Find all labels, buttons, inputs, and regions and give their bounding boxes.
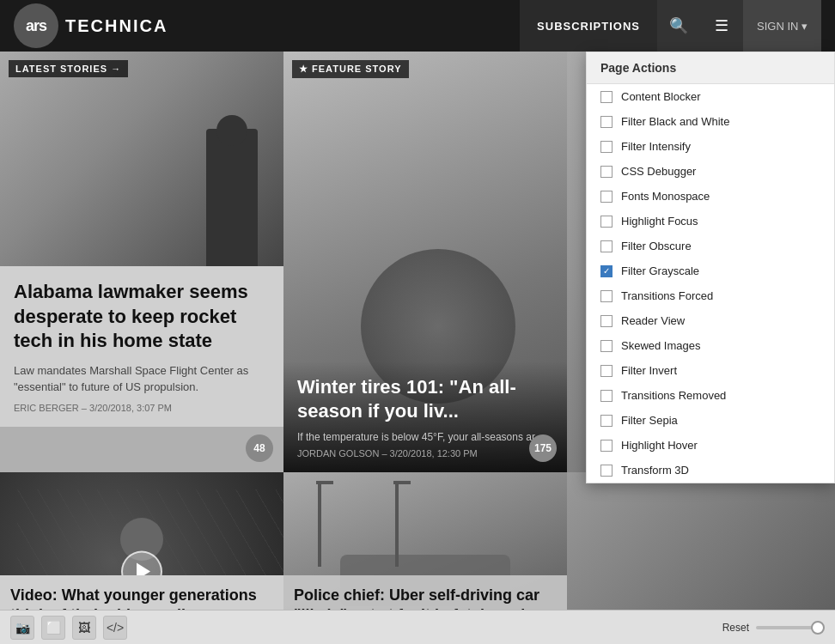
reset-button[interactable]: Reset xyxy=(722,622,749,634)
dropdown-item-label-5: Highlight Focus xyxy=(621,215,698,228)
card-1-author: ERIC BERGER – 3/20/2018, 3:07 PM xyxy=(14,403,270,413)
header: ars TECHNICA SUBSCRIPTIONS 🔍 ☰ SIGN IN ▾ xyxy=(0,0,835,52)
dropdown-item-label-7: Filter Grayscale xyxy=(621,264,699,277)
card-feature-story[interactable]: ★ FEATURE STORY Winter tires 101: "An al… xyxy=(283,52,567,472)
card-2-overlay: Winter tires 101: "An all-season if you … xyxy=(283,361,567,472)
dropdown-item-15[interactable]: Transform 3D xyxy=(587,458,834,483)
camera-icon[interactable]: 📷 xyxy=(10,616,34,640)
dropdown-item-label-13: Filter Sepia xyxy=(621,414,678,427)
checkbox-8[interactable] xyxy=(600,290,613,302)
checkbox-3[interactable] xyxy=(600,166,613,178)
page-actions-dropdown: Page Actions Content BlockerFilter Black… xyxy=(586,52,835,483)
dropdown-item-label-12: Transitions Removed xyxy=(621,389,726,402)
checkbox-0[interactable] xyxy=(600,91,613,103)
card-2-title: Winter tires 101: "An all-season if you … xyxy=(297,375,553,424)
header-nav: SUBSCRIPTIONS 🔍 ☰ SIGN IN ▾ xyxy=(520,0,821,52)
dropdown-item-10[interactable]: Skewed Images xyxy=(587,333,834,358)
feature-badge: ★ FEATURE STORY xyxy=(292,60,409,78)
dropdown-item-8[interactable]: Transitions Forced xyxy=(587,283,834,308)
checkbox-12[interactable] xyxy=(600,390,613,402)
card-2-author: JORDAN GOLSON – 3/20/2018, 12:30 PM xyxy=(297,448,553,459)
code-icon[interactable]: </> xyxy=(103,616,127,640)
checkbox-14[interactable] xyxy=(600,440,613,452)
dropdown-item-7[interactable]: Filter Grayscale xyxy=(587,258,834,283)
dropdown-item-label-4: Fonts Monospace xyxy=(621,190,710,203)
checkbox-4[interactable] xyxy=(600,191,613,203)
subscriptions-button[interactable]: SUBSCRIPTIONS xyxy=(520,0,657,52)
card-1-comments[interactable]: 48 xyxy=(246,434,273,462)
dropdown-item-12[interactable]: Transitions Removed xyxy=(587,383,834,408)
dropdown-item-label-2: Filter Intensify xyxy=(621,140,691,153)
dropdown-item-label-9: Reader View xyxy=(621,314,685,327)
menu-button[interactable]: ☰ xyxy=(700,0,743,52)
dropdown-title: Page Actions xyxy=(587,52,834,84)
zoom-slider-thumb xyxy=(811,621,825,635)
logo-ars: ars xyxy=(26,17,46,35)
checkbox-9[interactable] xyxy=(600,315,613,327)
checkbox-10[interactable] xyxy=(600,340,613,352)
bottom-toolbar: 📷 ⬜ 🖼 </> Reset xyxy=(0,610,835,644)
card-2-comments[interactable]: 175 xyxy=(529,434,557,462)
dropdown-item-4[interactable]: Fonts Monospace xyxy=(587,184,834,209)
dropdown-item-label-11: Filter Invert xyxy=(621,364,677,377)
checkbox-11[interactable] xyxy=(600,365,613,377)
card-latest-stories[interactable]: LATEST STORIES → Alabama lawmaker seems … xyxy=(0,52,283,472)
dropdown-item-11[interactable]: Filter Invert xyxy=(587,358,834,383)
feature-badge-text: ★ FEATURE STORY xyxy=(299,64,402,75)
checkbox-5[interactable] xyxy=(600,216,613,228)
search-button[interactable]: 🔍 xyxy=(657,0,700,52)
card-2-description: If the temperature is below 45°F, your a… xyxy=(297,431,553,443)
checkbox-7[interactable] xyxy=(600,265,613,277)
dropdown-item-1[interactable]: Filter Black and White xyxy=(587,109,834,134)
logo-technica: TECHNICA xyxy=(65,16,168,36)
dropdown-item-label-10: Skewed Images xyxy=(621,339,701,352)
latest-badge: LATEST STORIES → xyxy=(9,60,128,77)
image-icon[interactable]: 🖼 xyxy=(72,616,96,640)
latest-badge-text: LATEST STORIES → xyxy=(15,64,121,74)
dropdown-item-6[interactable]: Filter Obscure xyxy=(587,234,834,258)
checkbox-15[interactable] xyxy=(600,465,613,477)
checkbox-1[interactable] xyxy=(600,116,613,128)
checkbox-6[interactable] xyxy=(600,240,613,252)
dropdown-item-label-3: CSS Debugger xyxy=(621,165,696,178)
dropdown-item-9[interactable]: Reader View xyxy=(587,308,834,333)
logo-circle: ars xyxy=(14,3,58,48)
card-1-text: Alabama lawmaker seems desperate to keep… xyxy=(0,266,283,427)
dropdown-item-13[interactable]: Filter Sepia xyxy=(587,408,834,433)
signin-button[interactable]: SIGN IN ▾ xyxy=(743,0,821,52)
dropdown-item-5[interactable]: Highlight Focus xyxy=(587,209,834,234)
dropdown-item-label-14: Highlight Hover xyxy=(621,439,698,452)
dropdown-item-14[interactable]: Highlight Hover xyxy=(587,433,834,458)
dropdown-items-container: Content BlockerFilter Black and WhiteFil… xyxy=(587,84,834,483)
card-1-image xyxy=(0,52,283,266)
browser-icon[interactable]: ⬜ xyxy=(41,616,65,640)
dropdown-item-0[interactable]: Content Blocker xyxy=(587,84,834,109)
zoom-slider[interactable] xyxy=(756,626,825,629)
dropdown-item-2[interactable]: Filter Intensify xyxy=(587,134,834,159)
dropdown-item-label-8: Transitions Forced xyxy=(621,289,713,302)
checkbox-13[interactable] xyxy=(600,415,613,427)
dropdown-item-label-0: Content Blocker xyxy=(621,90,701,103)
card-1-title: Alabama lawmaker seems desperate to keep… xyxy=(14,280,270,354)
dropdown-item-label-1: Filter Black and White xyxy=(621,115,729,128)
dropdown-item-label-15: Transform 3D xyxy=(621,464,689,477)
dropdown-item-3[interactable]: CSS Debugger xyxy=(587,159,834,184)
dropdown-item-label-6: Filter Obscure xyxy=(621,240,692,252)
card-1-description: Law mandates Marshall Space Flight Cente… xyxy=(14,362,270,396)
checkbox-2[interactable] xyxy=(600,141,613,153)
